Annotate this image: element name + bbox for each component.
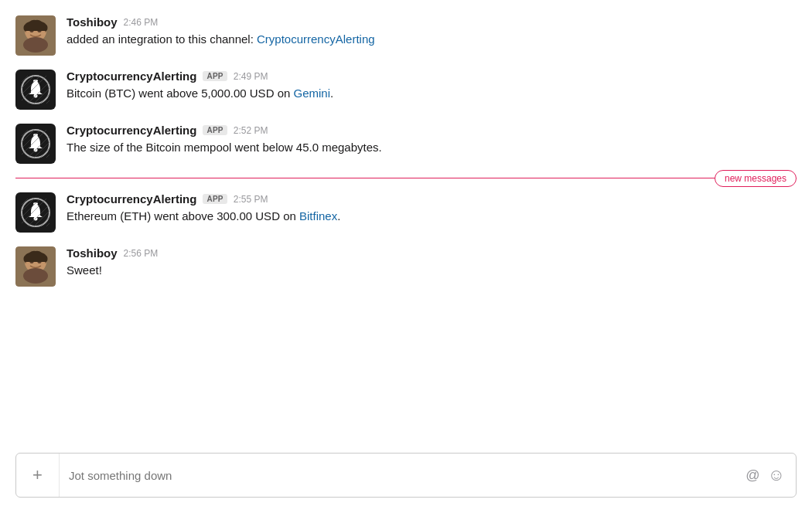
new-messages-badge: new messages — [715, 170, 797, 187]
avatar-bot — [15, 124, 56, 164]
message-text-content: The size of the Bitcoin mempool went bel… — [67, 141, 382, 154]
sender-name: CryptocurrencyAlerting — [67, 192, 196, 206]
message-text-content: Bitcoin (BTC) went above 5,000.00 USD on — [67, 87, 293, 100]
message-text: Sweet! — [67, 262, 797, 280]
svg-line-39 — [46, 223, 49, 226]
integration-link[interactable]: CryptocurrencyAlerting — [257, 32, 375, 46]
message-body: Toshiboy 2:56 PM Sweet! — [67, 246, 797, 280]
message-body: CryptocurrencyAlerting APP 2:55 PM Ether… — [67, 192, 797, 226]
sender-name: CryptocurrencyAlerting — [67, 70, 196, 83]
gemini-link[interactable]: Gemini — [293, 87, 330, 100]
message-text: The size of the Bitcoin mempool went bel… — [67, 139, 797, 157]
plus-icon: + — [32, 465, 43, 485]
timestamp: 2:46 PM — [124, 17, 159, 28]
message-text-after: . — [330, 87, 333, 100]
svg-point-46 — [23, 268, 48, 284]
message-body: CryptocurrencyAlerting APP 2:52 PM The s… — [67, 124, 797, 157]
sender-name: CryptocurrencyAlerting — [67, 124, 196, 137]
timestamp: 2:49 PM — [234, 71, 268, 82]
message-text-content: Ethereum (ETH) went above 300.00 USD on — [67, 209, 299, 223]
message-text: Bitcoin (BTC) went above 5,000.00 USD on… — [67, 85, 797, 103]
message-header: CryptocurrencyAlerting APP 2:52 PM — [67, 124, 797, 137]
message-body: CryptocurrencyAlerting APP 2:49 PM Bitco… — [67, 70, 797, 103]
message-text-content: Sweet! — [67, 263, 102, 277]
app-badge: APP — [203, 194, 227, 204]
divider-line — [15, 178, 797, 178]
mention-icon[interactable]: @ — [745, 467, 759, 484]
new-messages-divider: new messages — [15, 178, 797, 178]
svg-line-28 — [46, 155, 49, 158]
avatar-toshiboy — [15, 15, 56, 56]
message-row: Toshiboy 2:46 PM added an integration to… — [15, 15, 797, 56]
timestamp: 2:52 PM — [234, 125, 268, 136]
timestamp: 2:55 PM — [234, 194, 268, 205]
message-input-area: + @ ☺ — [15, 453, 797, 498]
message-input[interactable] — [60, 469, 735, 482]
message-body: Toshiboy 2:46 PM added an integration to… — [67, 15, 797, 49]
message-text-content: added an integration to this channel: — [67, 32, 257, 46]
message-header: CryptocurrencyAlerting APP 2:49 PM — [67, 70, 797, 83]
timestamp: 2:56 PM — [124, 248, 159, 259]
app-badge: APP — [203, 71, 227, 81]
message-header: Toshiboy 2:56 PM — [67, 246, 797, 260]
emoji-icon[interactable]: ☺ — [768, 465, 785, 485]
avatar-bot — [15, 192, 56, 233]
message-header: CryptocurrencyAlerting APP 2:55 PM — [67, 192, 797, 206]
svg-point-6 — [23, 37, 48, 53]
message-header: Toshiboy 2:46 PM — [67, 15, 797, 29]
svg-line-17 — [46, 100, 49, 104]
message-row: CryptocurrencyAlerting APP 2:49 PM Bitco… — [15, 70, 797, 110]
bitfinex-link[interactable]: Bitfinex — [299, 209, 337, 223]
app-badge: APP — [203, 125, 227, 135]
sender-name: Toshiboy — [67, 15, 118, 29]
avatar-bot — [15, 70, 56, 110]
message-text: added an integration to this channel: Cr… — [67, 31, 797, 49]
message-row: CryptocurrencyAlerting APP 2:55 PM Ether… — [15, 192, 797, 233]
message-text: Ethereum (ETH) went above 300.00 USD on … — [67, 208, 797, 226]
add-attachment-button[interactable]: + — [16, 454, 60, 497]
input-icons: @ ☺ — [735, 465, 796, 485]
sender-name: Toshiboy — [67, 246, 118, 260]
message-row: Toshiboy 2:56 PM Sweet! — [15, 246, 797, 287]
avatar-toshiboy-2 — [15, 246, 56, 287]
messages-container: Toshiboy 2:46 PM added an integration to… — [0, 15, 812, 440]
message-row: CryptocurrencyAlerting APP 2:52 PM The s… — [15, 124, 797, 164]
message-text-after: . — [337, 209, 340, 223]
